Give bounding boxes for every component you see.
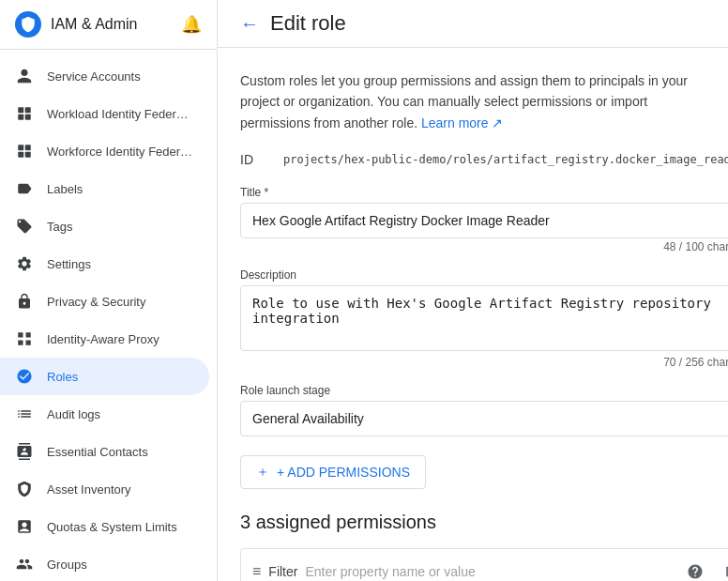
- sidebar-item-label: Tags: [47, 220, 194, 234]
- role-launch-select[interactable]: General Availability: [240, 401, 728, 436]
- sidebar-item-identity-aware-proxy[interactable]: Identity-Aware Proxy: [0, 320, 209, 358]
- roles-icon: [15, 367, 34, 386]
- add-permissions-plus-icon: ＋: [256, 464, 269, 481]
- sidebar-item-audit-logs[interactable]: Audit logs: [0, 395, 209, 433]
- sidebar-title: IAM & Admin: [51, 16, 172, 33]
- sidebar-item-quotas[interactable]: Quotas & System Limits: [0, 508, 209, 545]
- id-label: ID: [240, 152, 268, 167]
- filter-input[interactable]: [305, 564, 672, 579]
- notification-bell-icon[interactable]: 🔔: [181, 14, 202, 35]
- permissions-table: ≡ Filter ✓: [240, 548, 728, 581]
- grid-icon: [15, 329, 34, 348]
- sidebar-item-label: Settings: [47, 257, 194, 271]
- sidebar-item-labels[interactable]: Labels: [0, 170, 209, 207]
- sidebar-item-workforce-identity[interactable]: Workforce Identity Federa...: [0, 132, 209, 170]
- add-permissions-button[interactable]: ＋ + ADD PERMISSIONS: [240, 455, 426, 489]
- description-field-label: Description: [240, 268, 728, 282]
- title-field: Title * 48 / 100 characters: [240, 186, 728, 253]
- svg-rect-7: [25, 152, 31, 158]
- sidebar-item-label: Audit logs: [47, 407, 194, 421]
- sidebar-item-label: Workforce Identity Federa...: [47, 145, 194, 159]
- sidebar-item-essential-contacts[interactable]: Essential Contacts: [0, 433, 209, 470]
- role-launch-field: Role launch stage General Availability ▼: [240, 384, 728, 436]
- sidebar-item-label: Labels: [47, 182, 194, 196]
- id-row: ID projects/hex-public-demo/roles/artifa…: [240, 152, 728, 167]
- sidebar-item-label: Groups: [47, 558, 194, 572]
- add-permissions-label: + ADD PERMISSIONS: [277, 465, 410, 480]
- asset-icon: [15, 480, 34, 498]
- sidebar-item-label: Essential Contacts: [47, 445, 194, 459]
- sidebar-item-settings[interactable]: Settings: [0, 245, 209, 283]
- groups-icon: [15, 555, 34, 573]
- main-content-area: ← Edit role Custom roles let you group p…: [218, 0, 728, 581]
- id-value: projects/hex-public-demo/roles/artifact_…: [283, 153, 728, 166]
- workload-icon: [15, 104, 34, 123]
- sidebar-item-label: Roles: [47, 370, 194, 384]
- description-char-count: 70 / 256 characters: [240, 356, 728, 369]
- tags-icon: [15, 217, 34, 236]
- sidebar-item-label: Asset Inventory: [47, 482, 194, 497]
- svg-rect-10: [18, 341, 23, 345]
- page-header: ← Edit role: [218, 0, 728, 48]
- sidebar: IAM & Admin 🔔 Service Accounts Workload …: [0, 0, 218, 581]
- sidebar-item-tags[interactable]: Tags: [0, 207, 209, 245]
- description-field: Description 70 / 256 characters: [240, 268, 728, 369]
- svg-rect-9: [26, 332, 31, 337]
- svg-rect-5: [25, 145, 31, 150]
- learn-more-link[interactable]: Learn more ↗: [421, 115, 503, 130]
- sidebar-nav: Service Accounts Workload Identity Feder…: [0, 50, 217, 581]
- sidebar-item-asset-inventory[interactable]: Asset Inventory: [0, 470, 209, 508]
- filter-label: Filter: [268, 564, 297, 579]
- table-actions: [680, 557, 728, 581]
- description-input[interactable]: [240, 285, 728, 351]
- sidebar-item-label: Privacy & Security: [47, 295, 194, 309]
- filter-icon: ≡: [252, 563, 261, 580]
- svg-rect-6: [18, 152, 23, 158]
- columns-icon[interactable]: [718, 557, 728, 581]
- svg-rect-3: [25, 115, 31, 120]
- sidebar-item-label: Workload Identity Federati...: [47, 107, 194, 121]
- help-icon[interactable]: [680, 557, 710, 581]
- contacts-icon: [15, 442, 34, 461]
- sidebar-item-workload-identity[interactable]: Workload Identity Federati...: [0, 95, 209, 132]
- svg-rect-1: [25, 107, 31, 113]
- page-description: Custom roles let you group permissions a…: [240, 70, 690, 133]
- sidebar-item-roles[interactable]: Roles: [0, 358, 209, 395]
- sidebar-item-privacy-security[interactable]: Privacy & Security: [0, 283, 209, 320]
- quotas-icon: [15, 517, 34, 536]
- label-icon: [15, 179, 34, 198]
- sidebar-header: IAM & Admin 🔔: [0, 0, 217, 50]
- back-button[interactable]: ←: [240, 13, 259, 35]
- sidebar-item-label: Service Accounts: [47, 69, 194, 84]
- lock-icon: [15, 292, 34, 311]
- svg-rect-11: [26, 341, 31, 345]
- sidebar-item-groups[interactable]: Groups: [0, 545, 209, 581]
- title-input[interactable]: [240, 203, 728, 238]
- app-icon: [15, 11, 41, 38]
- role-launch-label: Role launch stage: [240, 384, 728, 397]
- role-launch-select-wrapper: General Availability ▼: [240, 401, 728, 436]
- audit-icon: [15, 405, 34, 423]
- sidebar-item-label: Quotas & System Limits: [47, 520, 194, 534]
- assigned-permissions-title: 3 assigned permissions: [240, 512, 728, 533]
- sidebar-item-label: Identity-Aware Proxy: [47, 332, 194, 346]
- svg-rect-8: [18, 332, 23, 337]
- main-scrollable-content: Custom roles let you group permissions a…: [218, 48, 728, 581]
- sidebar-item-service-accounts[interactable]: Service Accounts: [0, 57, 209, 95]
- page-title: Edit role: [270, 11, 346, 36]
- table-toolbar: ≡ Filter: [241, 549, 728, 581]
- title-field-label: Title *: [240, 186, 728, 199]
- svg-rect-2: [18, 115, 23, 120]
- svg-rect-4: [18, 145, 23, 150]
- settings-icon: [15, 254, 34, 273]
- workforce-icon: [15, 142, 34, 161]
- title-char-count: 48 / 100 characters: [240, 240, 728, 253]
- svg-rect-0: [18, 107, 23, 113]
- person-icon: [15, 67, 34, 85]
